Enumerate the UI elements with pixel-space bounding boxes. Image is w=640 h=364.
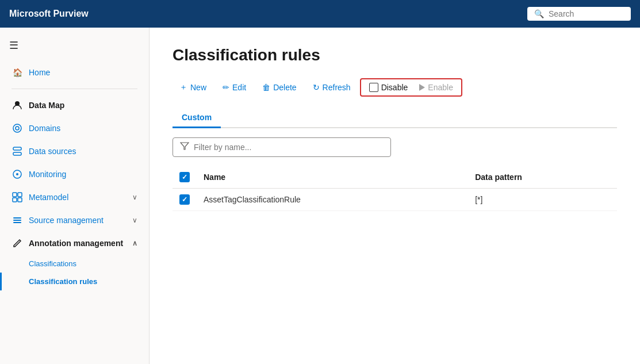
- header-checkbox[interactable]: [179, 172, 190, 182]
- sidebar-item-metamodel[interactable]: Metamodel ∨: [0, 186, 149, 209]
- svg-point-2: [16, 127, 19, 130]
- sidebar-sub-item-classifications[interactable]: Classifications: [0, 255, 149, 273]
- sidebar-item-label: Domains: [29, 124, 60, 133]
- tabs-bar: Custom: [173, 108, 617, 128]
- annotation-management-icon: [12, 237, 23, 249]
- sidebar-item-data-sources[interactable]: Data sources: [0, 140, 149, 163]
- svg-rect-4: [13, 152, 21, 155]
- sidebar: ☰ 🏠 Home Data Map Domains: [0, 28, 150, 364]
- edit-button[interactable]: ✏ Edit: [216, 79, 253, 95]
- table-header-data-pattern: Data pattern: [468, 166, 617, 189]
- sidebar-item-label: Annotation management: [29, 239, 123, 248]
- filter-box[interactable]: [173, 137, 391, 157]
- tab-custom[interactable]: Custom: [173, 108, 221, 128]
- search-icon: 🔍: [534, 9, 544, 18]
- data-table: Name Data pattern AssetTagClassification…: [173, 166, 617, 211]
- refresh-icon: ↻: [313, 83, 320, 92]
- chevron-down-icon: ∨: [132, 193, 137, 201]
- row-checkbox-cell[interactable]: [173, 189, 197, 211]
- sidebar-item-label: Data sources: [29, 147, 76, 156]
- search-box[interactable]: 🔍: [527, 7, 631, 21]
- layout: ☰ 🏠 Home Data Map Domains: [0, 28, 640, 364]
- sidebar-item-home[interactable]: 🏠 Home: [0, 61, 149, 84]
- row-name: AssetTagClassificationRule: [197, 189, 468, 211]
- row-checkbox[interactable]: [179, 194, 190, 205]
- sidebar-item-label: Source management: [29, 216, 104, 225]
- sidebar-item-domains[interactable]: Domains: [0, 117, 149, 140]
- svg-rect-7: [13, 193, 17, 197]
- filter-icon: [180, 141, 189, 153]
- svg-marker-14: [181, 143, 189, 150]
- app-title: Microsoft Purview: [9, 9, 89, 19]
- table-header-checkbox: [173, 166, 197, 189]
- hamburger-button[interactable]: ☰: [0, 35, 149, 56]
- svg-rect-9: [13, 198, 17, 202]
- row-data-pattern: [*]: [468, 189, 617, 211]
- svg-rect-13: [13, 222, 21, 223]
- trash-icon: 🗑: [262, 83, 270, 92]
- play-icon: [419, 84, 425, 91]
- sidebar-item-monitoring[interactable]: Monitoring: [0, 163, 149, 186]
- search-input[interactable]: [549, 9, 624, 18]
- top-nav: Microsoft Purview 🔍: [0, 0, 640, 28]
- svg-point-6: [16, 173, 18, 175]
- sidebar-item-data-map[interactable]: Data Map: [0, 94, 149, 117]
- new-button[interactable]: ＋ New: [173, 79, 213, 96]
- enable-button[interactable]: Enable: [413, 81, 459, 94]
- svg-rect-11: [13, 217, 21, 219]
- refresh-button[interactable]: ↻ Refresh: [306, 79, 358, 95]
- table-header-name: Name: [197, 166, 468, 189]
- svg-rect-10: [18, 198, 22, 202]
- disable-button[interactable]: Disable: [363, 81, 414, 94]
- filter-input[interactable]: [194, 143, 384, 152]
- main-content: Classification rules ＋ New ✏ Edit 🗑 Dele…: [150, 28, 640, 364]
- sidebar-item-annotation-management[interactable]: Annotation management ∧: [0, 232, 149, 255]
- sidebar-item-label: Monitoring: [29, 170, 66, 179]
- monitoring-icon: [12, 168, 23, 180]
- svg-rect-3: [13, 147, 21, 150]
- sidebar-item-source-management[interactable]: Source management ∨: [0, 209, 149, 232]
- svg-rect-8: [18, 193, 22, 197]
- table-row: AssetTagClassificationRule [*]: [173, 189, 617, 211]
- delete-button[interactable]: 🗑 Delete: [255, 79, 303, 95]
- metamodel-icon: [12, 191, 23, 203]
- svg-rect-12: [13, 220, 21, 221]
- disable-checkbox-icon: [369, 83, 378, 92]
- sidebar-sub-item-label: Classifications: [29, 259, 76, 268]
- data-map-icon: [12, 99, 23, 111]
- chevron-up-icon: ∧: [132, 239, 137, 247]
- toolbar: ＋ New ✏ Edit 🗑 Delete ↻ Refresh Disable: [173, 78, 617, 97]
- sidebar-item-label: Home: [29, 68, 50, 77]
- home-icon: 🏠: [12, 67, 23, 78]
- table-header-row: Name Data pattern: [173, 166, 617, 189]
- plus-icon: ＋: [179, 82, 187, 93]
- svg-point-1: [13, 124, 21, 132]
- source-management-icon: [12, 214, 23, 226]
- data-sources-icon: [12, 145, 23, 157]
- edit-icon: ✏: [223, 83, 229, 92]
- sidebar-item-label: Data Map: [29, 101, 64, 110]
- page-title: Classification rules: [173, 46, 617, 64]
- sidebar-sub-item-classification-rules[interactable]: Classification rules: [0, 273, 149, 290]
- sidebar-item-label: Metamodel: [29, 193, 68, 202]
- disable-enable-group: Disable Enable: [360, 78, 462, 97]
- domains-icon: [12, 122, 23, 134]
- sidebar-sub-item-label: Classification rules: [29, 277, 97, 286]
- chevron-down-icon: ∨: [132, 216, 137, 224]
